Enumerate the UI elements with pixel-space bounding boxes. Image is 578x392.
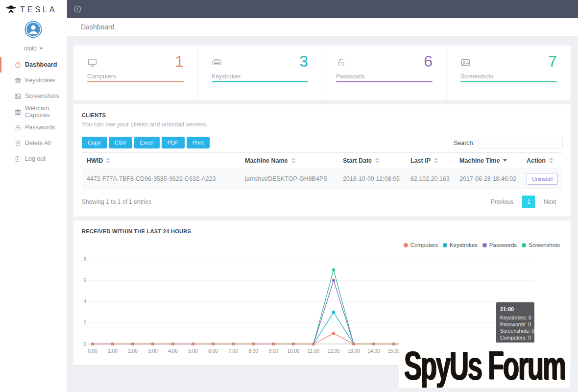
legend-dot: [522, 243, 526, 247]
column-label: Last IP: [410, 157, 431, 164]
sort-icon: [375, 158, 380, 163]
legend-item-computers[interactable]: Computers: [404, 242, 438, 248]
stat-value: 6: [424, 52, 433, 71]
cell-action: Uninstall: [522, 169, 562, 189]
stat-underline: [336, 81, 433, 82]
watermark: SpyUs Forum: [399, 343, 570, 388]
cell-machine-name: jamshut/DESKTOP-GH8B4PS: [240, 169, 338, 189]
tooltip-line: Passwords: 0: [500, 321, 530, 328]
svg-text:6: 6: [83, 278, 86, 283]
brand-name: TESLA: [20, 5, 57, 14]
current-page-button[interactable]: 1: [522, 196, 535, 208]
svg-text:2:00: 2:00: [128, 348, 138, 354]
stat-card-screenshots: 7Screenshots: [446, 46, 571, 100]
column-header-start-date[interactable]: Start Date: [338, 153, 406, 169]
next-page-button[interactable]: Next: [539, 196, 561, 208]
legend-item-screenshots[interactable]: Screenshots: [522, 242, 560, 248]
sidebar-item-label: Screenshots: [25, 93, 59, 99]
user-avatar[interactable]: [24, 21, 42, 38]
dashboard-clock-icon: [14, 61, 22, 69]
chevron-down-icon: [39, 48, 43, 49]
column-header-action[interactable]: Action: [522, 153, 562, 169]
image-icon: [460, 57, 471, 68]
tooltip-line: Screenshots: 0: [500, 328, 530, 335]
delete-icon: [14, 140, 22, 147]
legend-dot: [404, 243, 408, 247]
sidebar-item-label: Log out: [25, 155, 46, 162]
sort-icon: [291, 158, 296, 163]
stat-card-passwords: 6Passwords: [322, 46, 446, 100]
sidebar-item-dashboard[interactable]: Dashboard: [0, 57, 67, 73]
stat-label: Computers: [87, 73, 184, 80]
stat-value: 1: [175, 52, 184, 71]
spy-icon: [4, 3, 18, 16]
cell-start-date: 2018-10-09 12:08:05: [338, 169, 406, 189]
cell-hwid: 4472-F77A-7BF8-CD96-3585-9622-C632-A223: [82, 169, 240, 189]
chart-legend: ComputersKeystrokesPasswordsScreenshots: [399, 242, 560, 248]
sidebar-menu: DashboardKeystrokesScreenshotsWebcam Cap…: [0, 57, 67, 167]
svg-text:4: 4: [83, 299, 86, 304]
column-header-machine-name[interactable]: Machine Name: [240, 153, 338, 169]
tooltip-line: Computers: 0: [500, 335, 530, 342]
stat-underline: [212, 81, 308, 82]
sidebar-item-keystrokes[interactable]: Keystrokes: [0, 73, 67, 88]
cell-machine-time: 2017-06-28 18:46:02: [455, 169, 522, 189]
sidebar: TESLA ololo DashboardKeystrokesScreensho…: [0, 0, 67, 392]
sidebar-item-screenshots[interactable]: Screenshots: [0, 88, 67, 104]
table-search: Search:: [454, 138, 563, 148]
column-label: Action: [527, 157, 546, 164]
legend-item-passwords[interactable]: Passwords: [482, 242, 517, 248]
column-header-last-ip[interactable]: Last IP: [406, 153, 455, 169]
svg-text:4:00: 4:00: [168, 348, 178, 354]
svg-text:13:00: 13:00: [347, 348, 360, 354]
sidebar-item-label: Passwords: [25, 124, 55, 131]
column-label: Start Date: [343, 157, 372, 164]
legend-item-keystrokes[interactable]: Keystrokes: [443, 242, 478, 248]
page-title: Dashboard: [81, 23, 115, 31]
monitor-icon: [87, 57, 97, 68]
column-label: HWID: [87, 157, 103, 164]
sidebar-item-webcam-captures[interactable]: Webcam Captures: [0, 104, 67, 120]
uninstall-button[interactable]: Uninstall: [527, 173, 558, 185]
svg-text:3:00: 3:00: [148, 348, 158, 354]
user-menu[interactable]: ololo: [0, 45, 67, 52]
legend-dot: [482, 243, 487, 247]
sidebar-collapse-button[interactable]: [73, 5, 82, 13]
sidebar-item-log-out[interactable]: Log out: [0, 151, 67, 167]
clients-card: CLIENTS You can see your clients and uni…: [73, 104, 571, 217]
tooltip-time: 21:00: [500, 306, 530, 312]
search-input[interactable]: [479, 138, 563, 148]
svg-text:11:00: 11:00: [308, 348, 320, 354]
column-header-hwid[interactable]: HWID: [82, 153, 240, 169]
brand-logo: TESLA: [4, 3, 57, 16]
table-row: 4472-F77A-7BF8-CD96-3585-9622-C632-A223j…: [82, 169, 562, 189]
export-excel-button[interactable]: Excel: [134, 137, 160, 148]
tooltip-line: Keystrokes: 0: [500, 315, 530, 321]
sort-desc-icon: [503, 159, 507, 162]
keyboard-icon: [14, 77, 22, 84]
breadcrumb: Dashboard: [67, 18, 578, 36]
table-header-row: HWIDMachine NameStart DateLast IPMachine…: [82, 153, 562, 169]
export-copy-button[interactable]: Copy: [82, 137, 107, 148]
clients-title: CLIENTS: [82, 112, 106, 118]
sort-icon: [106, 158, 111, 163]
lock-icon: [14, 124, 22, 131]
clients-table: HWIDMachine NameStart DateLast IPMachine…: [82, 152, 562, 189]
stat-label: Screenshots: [460, 73, 557, 80]
sort-icon: [549, 158, 554, 163]
sidebar-item-delete-all[interactable]: Delete All: [0, 135, 67, 151]
export-csv-button[interactable]: CSV: [109, 137, 132, 148]
chart-tooltip: 21:00 Keystrokes: 0Passwords: 0Screensho…: [496, 302, 534, 344]
svg-text:15:00: 15:00: [387, 348, 400, 354]
export-print-button[interactable]: Print: [187, 137, 210, 148]
legend-label: Screenshots: [529, 242, 560, 248]
sidebar-item-passwords[interactable]: Passwords: [0, 120, 67, 135]
column-header-machine-time[interactable]: Machine Time: [455, 153, 522, 169]
logout-icon: [14, 155, 22, 163]
lock-icon: [336, 57, 346, 68]
chart-title: RECEIVED WITHIN THE LAST 24 HOURS: [82, 228, 191, 234]
previous-page-button[interactable]: Previous: [486, 196, 519, 208]
sidebar-item-label: Delete All: [25, 140, 51, 147]
svg-text:0:00: 0:00: [88, 348, 97, 354]
export-pdf-button[interactable]: PDF: [162, 137, 185, 148]
